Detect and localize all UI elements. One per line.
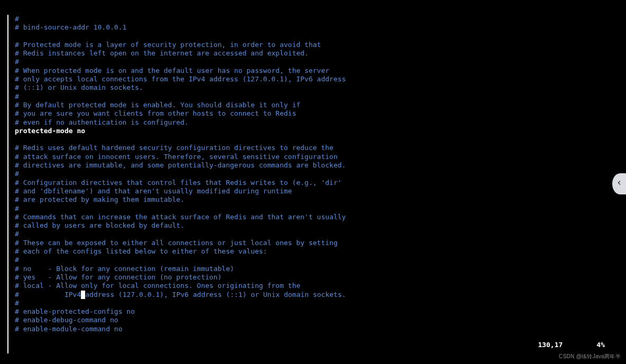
- editor-line: # By default protected mode is enabled. …: [8, 101, 615, 109]
- editor-line: protected-mode no: [8, 127, 615, 135]
- vim-status-bar: 130,17 4%: [8, 341, 615, 349]
- editor-line: # bind-source-addr 10.0.0.1: [8, 23, 615, 32]
- scroll-percent: 4%: [596, 341, 605, 349]
- editor-line: # yes - Allow for any connection (no pro…: [8, 273, 615, 282]
- watermark-text: CSDN @练转Java两年半: [559, 352, 621, 361]
- drawer-toggle[interactable]: [612, 173, 626, 194]
- editor-line: #: [8, 58, 615, 66]
- editor-line: # IPv4 address (127.0.0.1), IPv6 address…: [8, 291, 615, 299]
- editor-line: # directives are immutable, and some pot…: [8, 161, 615, 170]
- editor-line: # and 'dbfilename') and that aren't usua…: [8, 187, 615, 195]
- editor-line: # (::1) or Unix domain sockets.: [8, 83, 615, 92]
- editor-line: # enable-debug-command no: [8, 316, 615, 324]
- cursor-position: 130,17: [538, 341, 563, 349]
- editor-line: [8, 32, 615, 41]
- editor-line: # only accepts local connections from th…: [8, 75, 615, 83]
- editor-line: # no - Block for any connection (remain …: [8, 265, 615, 273]
- editor-line: # Commands that can increase the attack …: [8, 213, 615, 221]
- editor-line: # attack surface on innocent users. Ther…: [8, 153, 615, 161]
- editor-line: # enable-protected-configs no: [8, 307, 615, 316]
- editor-line: # you are sure you want clients from oth…: [8, 109, 615, 118]
- editor-line: #: [8, 230, 615, 238]
- editor-line: # each of the configs listed below to ei…: [8, 247, 615, 256]
- editor-line: # enable-module-command no: [8, 325, 615, 333]
- editor-line: [8, 135, 615, 144]
- editor-line: #: [8, 92, 615, 101]
- editor-line: # are protected by making them immutable…: [8, 195, 615, 204]
- editor-line: #: [8, 256, 615, 264]
- editor-line: # called by users are blocked by default…: [8, 221, 615, 230]
- chevron-left-icon: [616, 180, 622, 188]
- editor-line: # local - Allow only for local connectio…: [8, 282, 615, 290]
- editor-line: #: [8, 204, 615, 213]
- editor-line: #: [8, 170, 615, 178]
- editor-line: # These can be exposed to either all con…: [8, 239, 615, 247]
- editor-line: #: [8, 15, 615, 23]
- editor-line: # When protected mode is on and the defa…: [8, 67, 615, 75]
- text-cursor: [81, 291, 85, 299]
- editor-line: # even if no authentication is configure…: [8, 118, 615, 127]
- editor-line: #: [8, 299, 615, 307]
- editor-line: # Redis instances left open on the inter…: [8, 49, 615, 58]
- editor-line: # Configuration directives that control …: [8, 179, 615, 187]
- editor-line: # Protected mode is a layer of security …: [8, 41, 615, 49]
- editor-viewport[interactable]: ## bind-source-addr 10.0.0.1# Protected …: [8, 15, 615, 353]
- editor-line: # Redis uses default hardened security c…: [8, 144, 615, 152]
